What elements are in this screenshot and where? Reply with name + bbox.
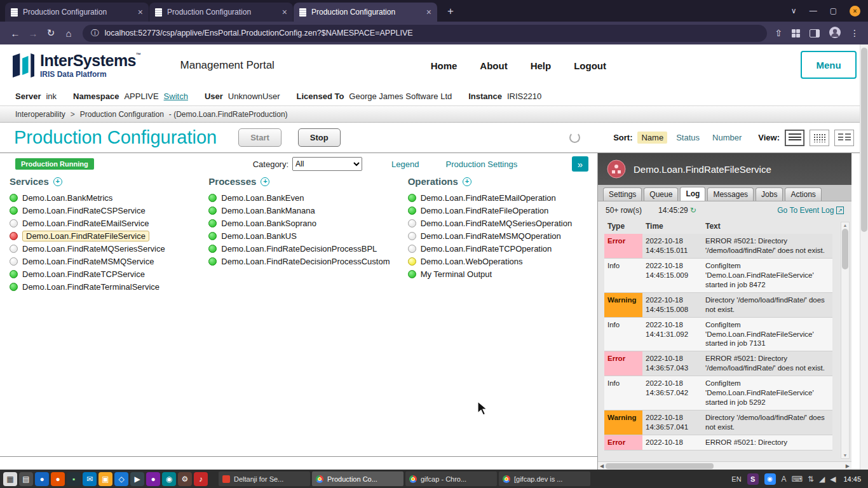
add-process-icon[interactable]: + xyxy=(261,177,269,186)
config-item[interactable]: My Terminal Output xyxy=(408,268,597,280)
config-item[interactable]: Demo.Loan.FindRateEMailService xyxy=(10,217,199,229)
vertical-scroll-thumb[interactable] xyxy=(842,229,848,269)
file-manager-icon[interactable]: ▤ xyxy=(19,472,33,486)
view-split-button[interactable] xyxy=(834,130,854,146)
app-menu-icon[interactable]: ▦ xyxy=(3,472,17,486)
page-scrollbar[interactable] xyxy=(860,44,868,470)
config-item[interactable]: Demo.Loan.FindRateMSMQService xyxy=(10,255,199,268)
taskbar-clock[interactable]: 14:45 xyxy=(843,475,861,483)
go-to-event-log-link[interactable]: Go To Event Log ↗ xyxy=(777,206,844,215)
config-item[interactable]: Demo.Loan.FindRateTerminalService xyxy=(10,280,199,293)
scroll-left-icon[interactable]: ◀ xyxy=(600,463,604,469)
keyboard-icon[interactable]: ⌨ xyxy=(792,475,803,484)
taskbar-window-button[interactable]: gifcap - Chro... xyxy=(405,471,497,486)
settings-icon[interactable]: ⚙ xyxy=(178,472,192,486)
legend-link[interactable]: Legend xyxy=(391,159,419,169)
category-select[interactable]: All xyxy=(292,157,362,171)
video-call-icon[interactable]: ◉ xyxy=(764,473,776,485)
portal-nav-link[interactable]: About xyxy=(480,60,507,71)
production-settings-link[interactable]: Production Settings xyxy=(445,159,517,169)
scroll-up-icon[interactable]: ▲ xyxy=(843,223,848,227)
home-icon[interactable]: ⌂ xyxy=(60,28,78,39)
config-item[interactable]: Demo.Loan.FindRateTCPOperation xyxy=(408,242,597,255)
browser-menu-icon[interactable]: ⋮ xyxy=(850,28,859,38)
sort-option[interactable]: Number xyxy=(709,132,745,144)
config-item[interactable]: Demo.Loan.BankManana xyxy=(208,204,398,217)
detail-horizontal-scrollbar[interactable]: ◀ ▶ xyxy=(598,461,851,470)
browser-tab[interactable]: Production Configuration × xyxy=(149,3,293,22)
config-item[interactable]: Demo.Loan.FindRateFileService xyxy=(10,229,199,242)
portal-nav-link[interactable]: Logout xyxy=(574,60,606,71)
expand-panel-button[interactable]: » xyxy=(572,156,588,172)
config-item[interactable]: Demo.Loan.BankUS xyxy=(208,229,398,242)
config-item[interactable]: Demo.Loan.FindRateEMailOperation xyxy=(408,191,597,204)
taskbar-window-button[interactable]: Production Co... xyxy=(312,471,403,486)
chat-icon[interactable]: ● xyxy=(146,472,160,486)
detail-tab[interactable]: Jobs xyxy=(756,187,783,201)
menu-button[interactable]: Menu xyxy=(801,51,857,79)
breadcrumb-link-production-configuration[interactable]: Production Configuration xyxy=(80,110,164,119)
view-list-button[interactable] xyxy=(785,130,804,146)
stop-button[interactable]: Stop xyxy=(298,128,341,147)
taskbar-window-button[interactable]: Deltanji for Se... xyxy=(219,471,310,486)
mail-icon[interactable]: ✉ xyxy=(83,472,97,486)
music-icon[interactable]: ♪ xyxy=(194,472,208,486)
tab-close-icon[interactable]: × xyxy=(138,8,143,17)
taskbar-window-button[interactable]: [gifcap.dev is ... xyxy=(499,471,590,486)
input-method-icon[interactable]: A xyxy=(782,475,787,484)
portal-nav-link[interactable]: Home xyxy=(431,60,458,71)
volume-icon[interactable]: ◀ xyxy=(830,475,836,484)
config-item[interactable]: Demo.Loan.FindRateCSPService xyxy=(10,204,199,217)
sort-option[interactable]: Status xyxy=(672,132,703,144)
config-item[interactable]: Demo.Loan.FindRateTCPService xyxy=(10,268,199,280)
start-button[interactable]: Start xyxy=(238,128,281,147)
view-grid-button[interactable] xyxy=(810,130,829,146)
config-item[interactable]: Demo.Loan.BankEven xyxy=(208,191,398,204)
minimize-button[interactable]: — xyxy=(810,6,817,15)
network-icon[interactable]: ◢ xyxy=(819,475,825,484)
detail-tab[interactable]: Actions xyxy=(785,187,821,201)
updates-icon[interactable]: ⇅ xyxy=(808,475,814,484)
terminal-icon[interactable]: ▪ xyxy=(67,472,81,486)
scroll-right-icon[interactable]: ▶ xyxy=(846,463,850,469)
detail-tab[interactable]: Messages xyxy=(707,187,754,201)
breadcrumb-link-interoperability[interactable]: Interoperability xyxy=(15,110,65,119)
tab-close-icon[interactable]: × xyxy=(426,8,431,17)
tab-search-chevron-icon[interactable]: ∨ xyxy=(791,6,797,15)
detail-tab[interactable]: Queue xyxy=(644,187,678,201)
detail-vertical-scrollbar[interactable]: ▲ ▼ xyxy=(841,222,850,459)
config-item[interactable]: Demo.Loan.FindRateMSMQOperation xyxy=(408,229,597,242)
config-item[interactable]: Demo.Loan.FindRateDecisionProcessCustom xyxy=(208,255,398,268)
sort-option[interactable]: Name xyxy=(637,132,667,144)
config-item[interactable]: Demo.Loan.WebOperations xyxy=(408,255,597,268)
media-icon[interactable]: ▶ xyxy=(130,472,144,486)
add-operation-icon[interactable]: + xyxy=(463,177,471,186)
detail-tab[interactable]: Log xyxy=(680,187,705,201)
config-item[interactable]: Demo.Loan.BankMetrics xyxy=(10,191,199,204)
browser-tab[interactable]: Production Configuration × xyxy=(294,3,437,22)
browser-tab[interactable]: Production Configuration × xyxy=(5,3,149,22)
firefox-icon[interactable]: ● xyxy=(51,472,65,486)
share-icon[interactable]: ⇧ xyxy=(775,28,782,38)
auto-refresh-icon[interactable]: ↻ xyxy=(690,206,696,215)
folder-icon[interactable]: ▣ xyxy=(98,472,112,486)
refresh-spinner-icon[interactable] xyxy=(569,132,580,143)
side-panel-icon[interactable] xyxy=(810,29,820,37)
close-button[interactable] xyxy=(850,6,860,17)
extensions-icon[interactable] xyxy=(792,29,800,37)
browser-icon[interactable]: ● xyxy=(35,472,49,486)
url-bar[interactable]: ⓘ localhost:52773/csp/applive/EnsPortal.… xyxy=(83,25,767,42)
page-scroll-thumb[interactable] xyxy=(861,48,867,232)
language-indicator[interactable]: EN xyxy=(731,475,741,483)
switch-namespace-link[interactable]: Switch xyxy=(164,92,188,101)
maximize-button[interactable]: ▢ xyxy=(830,6,837,15)
reload-icon[interactable]: ↻ xyxy=(42,27,60,39)
capture-icon[interactable]: ◉ xyxy=(162,472,176,486)
code-icon[interactable]: ◇ xyxy=(114,472,128,486)
profile-avatar[interactable] xyxy=(829,27,841,40)
new-tab-button[interactable]: + xyxy=(442,3,459,20)
detail-tab[interactable]: Settings xyxy=(603,187,642,201)
config-item[interactable]: Demo.Loan.FindRateDecisionProcessBPL xyxy=(208,242,398,255)
site-info-icon[interactable]: ⓘ xyxy=(91,28,99,39)
config-item[interactable]: Demo.Loan.FindRateMQSeriesService xyxy=(10,242,199,255)
